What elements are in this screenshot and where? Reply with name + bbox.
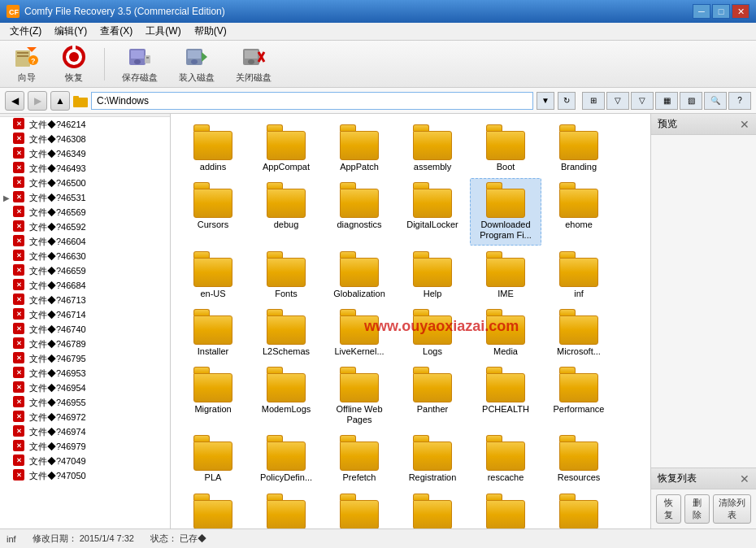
folder-item[interactable]: Branding <box>543 120 615 176</box>
expand-arrow[interactable] <box>3 384 13 393</box>
expand-arrow[interactable] <box>3 428 13 437</box>
expand-arrow[interactable] <box>3 179 13 188</box>
folder-item[interactable]: DigitalLocker <box>397 178 468 245</box>
expand-arrow[interactable] <box>3 237 13 246</box>
folder-item[interactable]: LiveKernel... <box>324 305 395 361</box>
delete-button[interactable]: 删除 <box>684 494 710 524</box>
load-disk-button[interactable]: 装入磁盘 <box>172 40 222 88</box>
left-panel-item[interactable]: ✕ 文件◆?46349 <box>0 146 170 161</box>
left-panel-item[interactable]: ✕ 文件◆?46953 <box>0 366 170 381</box>
folder-item[interactable]: Setup <box>543 489 615 529</box>
left-panel-item[interactable]: ✕ 文件◆?46659 <box>0 263 170 278</box>
expand-arrow[interactable] <box>3 354 13 363</box>
folder-item[interactable]: Microsoft... <box>543 305 615 361</box>
left-panel-item[interactable]: ✕ 文件◆?46789 <box>0 337 170 351</box>
folder-item[interactable]: Installer <box>177 305 249 361</box>
restore-list-close-button[interactable]: ✕ <box>740 472 749 485</box>
folder-item[interactable]: PCHEALTH <box>470 363 541 429</box>
left-panel-item[interactable]: ✕ 文件◆?46713 <box>0 293 170 307</box>
expand-arrow[interactable] <box>3 120 13 129</box>
grid-view-button[interactable]: ⊞ <box>582 92 605 110</box>
folder-item[interactable]: ehome <box>543 178 615 245</box>
menu-help[interactable]: 帮助(V) <box>188 23 233 40</box>
left-panel-item[interactable]: ✕ 文件◆?46795 <box>0 351 170 366</box>
large-icons-button[interactable]: ▦ <box>655 92 678 110</box>
menu-view[interactable]: 查看(X) <box>93 23 139 40</box>
folder-item[interactable]: schemas <box>250 489 322 529</box>
folder-item[interactable]: Cursors <box>177 178 249 245</box>
left-panel-item[interactable]: ✕ 文件◆?46954 <box>0 381 170 395</box>
maximize-button[interactable]: □ <box>712 4 730 19</box>
folder-item[interactable]: AppPatch <box>324 120 395 176</box>
left-panel-item[interactable]: ▶ ✕ 文件◆?46531 <box>0 190 170 205</box>
left-panel-item[interactable]: ✕ 文件◆?46714 <box>0 307 170 322</box>
expand-arrow[interactable]: ▶ <box>3 194 13 202</box>
folder-item[interactable]: en-US <box>177 247 249 303</box>
left-panel-item[interactable]: ✕ 文件◆?46500 <box>0 176 170 190</box>
recover-button[interactable]: 恢复 <box>54 40 94 88</box>
folder-item[interactable]: Registration <box>397 431 468 487</box>
left-panel-item[interactable]: ✕ 文件◆?46604 <box>0 234 170 249</box>
search-button[interactable]: 🔍 <box>704 92 727 110</box>
folder-item[interactable]: AppCompat <box>250 120 322 176</box>
expand-arrow[interactable] <box>3 267 13 276</box>
expand-arrow[interactable] <box>3 252 13 261</box>
folder-item[interactable]: ServiceProfi... <box>397 489 468 529</box>
folder-item[interactable]: Help <box>397 247 468 303</box>
wizard-button[interactable]: ? 向导 <box>7 40 47 88</box>
left-panel-item[interactable]: ✕ 文件◆?46974 <box>0 424 170 439</box>
folder-item[interactable]: security <box>324 489 395 529</box>
expand-arrow[interactable] <box>3 457 13 466</box>
clear-list-button[interactable]: 清除列表 <box>713 494 752 524</box>
view-options[interactable]: ▽ <box>631 92 654 110</box>
close-disk-button[interactable]: 关闭磁盘 <box>228 40 279 88</box>
up-button[interactable]: ▲ <box>50 91 70 111</box>
expand-arrow[interactable] <box>3 398 13 407</box>
minimize-button[interactable]: ─ <box>693 4 710 19</box>
left-panel-item[interactable]: ✕ 文件◆?46308 <box>0 132 170 146</box>
folder-item[interactable]: PolicyDefin... <box>250 431 322 487</box>
folder-item[interactable]: Panther <box>397 363 468 429</box>
medium-icons-button[interactable]: ▧ <box>680 92 702 110</box>
folder-item[interactable]: assembly <box>397 120 468 176</box>
folder-item[interactable]: PLA <box>177 431 249 487</box>
left-panel-item[interactable]: ✕ 文件◆?46955 <box>0 395 170 410</box>
left-panel-item[interactable]: ✕ 文件◆?46630 <box>0 249 170 263</box>
folder-item[interactable]: Fonts <box>250 247 322 303</box>
folder-item[interactable]: addins <box>177 120 249 176</box>
folder-item[interactable]: diagnostics <box>324 178 395 245</box>
address-dropdown[interactable]: ▼ <box>537 92 554 110</box>
left-panel-item[interactable]: ✕ 文件◆?46569 <box>0 205 170 220</box>
restore-button[interactable]: 恢复 <box>656 494 681 524</box>
folder-item[interactable]: servicing <box>470 489 541 529</box>
refresh-button[interactable]: ↻ <box>558 92 576 110</box>
left-panel-item[interactable]: ✕ 文件◆?47050 <box>0 468 170 483</box>
expand-arrow[interactable] <box>3 208 13 217</box>
expand-arrow[interactable] <box>3 135 13 144</box>
left-panel-item[interactable]: ✕ 文件◆?47049 <box>0 454 170 468</box>
forward-button[interactable]: ▶ <box>28 91 47 111</box>
menu-file[interactable]: 文件(Z) <box>3 23 48 40</box>
folder-item[interactable]: Downloaded Program Fi... <box>470 178 541 245</box>
left-panel-item[interactable]: ✕ 文件◆?46972 <box>0 410 170 424</box>
expand-arrow[interactable] <box>3 281 13 290</box>
folder-item[interactable]: Prefetch <box>324 431 395 487</box>
expand-arrow[interactable] <box>3 413 13 422</box>
preview-close-button[interactable]: ✕ <box>740 118 749 131</box>
save-disk-button[interactable]: 保存磁盘 <box>115 40 165 88</box>
close-button[interactable]: ✕ <box>732 4 749 19</box>
folder-item[interactable]: Offline Web Pages <box>324 363 395 429</box>
expand-arrow[interactable] <box>3 223 13 232</box>
expand-arrow[interactable] <box>3 340 13 349</box>
folder-item[interactable]: ModemLogs <box>250 363 322 429</box>
folder-item[interactable]: Logs <box>397 305 468 361</box>
expand-arrow[interactable] <box>3 164 13 173</box>
folder-item[interactable]: L2Schemas <box>250 305 322 361</box>
folder-item[interactable]: Boot <box>470 120 541 176</box>
left-panel-item[interactable]: ✕ 文件◆?46493 <box>0 161 170 176</box>
help-button[interactable]: ? <box>728 92 751 110</box>
folder-item[interactable]: IME <box>470 247 541 303</box>
left-panel-item[interactable]: ✕ 文件◆?46740 <box>0 322 170 337</box>
expand-arrow[interactable] <box>3 442 13 451</box>
folder-item[interactable]: Media <box>470 305 541 361</box>
